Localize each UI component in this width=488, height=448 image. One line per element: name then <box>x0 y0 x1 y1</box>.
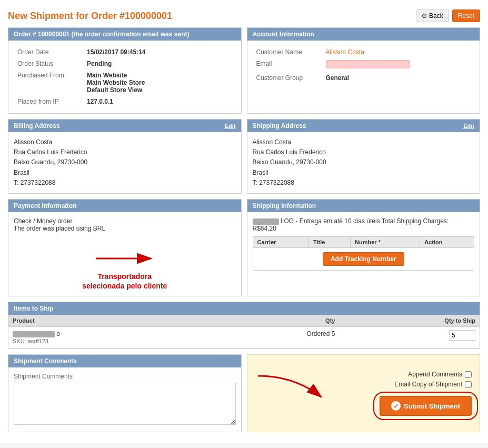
annotation-container: Transportadoraselecionada pelo cliente <box>14 248 236 291</box>
shipping-address-section: Shipping Address Edit Alisson Costa Rua … <box>247 119 481 194</box>
shipment-comments-section: Shipment Comments Shipment Comments <box>8 354 242 432</box>
items-table: Product Qty Qty to Ship o SKU: asdf123 O… <box>8 315 480 349</box>
comments-label: Shipment Comments <box>14 373 236 380</box>
submit-circle-wrapper: ✓ Submit Shipment <box>380 396 472 416</box>
email-copy-row: Email Copy of Shipment <box>394 381 472 388</box>
add-tracking-button[interactable]: Add Tracking Number <box>323 252 404 266</box>
account-info-section: Account Information Customer Name Alisso… <box>247 27 481 114</box>
submit-checkboxes: Append Comments Email Copy of Shipment <box>394 371 472 388</box>
carrier-blurred <box>253 218 279 225</box>
product-name-blurred <box>13 331 55 337</box>
submit-shipment-button[interactable]: ✓ Submit Shipment <box>380 396 472 416</box>
checkmark-icon: ✓ <box>391 401 401 411</box>
back-button[interactable]: ⊙ Back <box>416 9 449 22</box>
shipping-address-text: Alisson Costa Rua Carlos Luis Frederico … <box>253 137 475 188</box>
payment-info-header: Payment Information <box>8 200 241 212</box>
order-info-table: Order Date 15/02/2017 09:45:14 Order Sta… <box>14 46 236 108</box>
billing-address-body: Alisson Costa Rua Carlos Luis Frederico … <box>8 132 241 193</box>
billing-edit-link[interactable]: Edit <box>225 123 236 129</box>
account-info-body: Customer Name Alisson Costa Email Custom… <box>247 41 480 89</box>
order-info-section: Order # 100000001 (the order confirmatio… <box>8 27 242 114</box>
shipping-info-header: Shipping Information <box>247 200 480 212</box>
email-copy-checkbox[interactable] <box>465 381 472 388</box>
billing-address-section: Billing Address Edit Alisson Costa Rua C… <box>8 119 242 194</box>
annotation-text: Transportadoraselecionada pelo cliente <box>14 272 236 291</box>
append-comments-row: Append Comments <box>408 371 472 378</box>
qty-to-ship-input[interactable] <box>449 330 475 341</box>
items-to-ship-header: Items to Ship <box>8 302 480 315</box>
append-comments-checkbox[interactable] <box>465 371 472 378</box>
order-info-header: Order # 100000001 (the order confirmatio… <box>8 28 241 41</box>
customer-link[interactable]: Alisson Costa <box>326 48 364 56</box>
comments-body: Shipment Comments <box>8 367 241 432</box>
comments-header: Shipment Comments <box>8 355 241 367</box>
account-info-table: Customer Name Alisson Costa Email Custom… <box>253 46 475 84</box>
billing-address-header: Billing Address Edit <box>8 120 241 132</box>
billing-address-text: Alisson Costa Rua Carlos Luis Frederico … <box>14 137 236 188</box>
shipping-charges: LOG - Entrega em até 10 dias úteis Total… <box>253 217 475 232</box>
submit-arrow-icon <box>253 371 337 402</box>
back-icon: ⊙ <box>422 12 427 19</box>
tracking-table: Carrier Title Number * Action Add Tracki… <box>253 236 475 271</box>
page-title: New Shipment for Order #100000001 <box>8 11 172 22</box>
shipping-address-body: Alisson Costa Rua Carlos Luis Frederico … <box>247 132 480 193</box>
table-row: o SKU: asdf123 Ordered 5 <box>8 327 480 349</box>
table-row: Placed from IP 127.0.0.1 <box>15 96 235 107</box>
arrow-right-icon <box>93 248 156 269</box>
order-info-body: Order Date 15/02/2017 09:45:14 Order Sta… <box>8 41 241 113</box>
header-buttons: ⊙ Back Reset <box>416 9 480 22</box>
items-to-ship-section: Items to Ship Product Qty Qty to Ship o … <box>8 302 480 349</box>
account-info-header: Account Information <box>247 28 480 41</box>
table-row: Email <box>254 58 474 72</box>
table-row: Order Date 15/02/2017 09:45:14 <box>15 47 235 57</box>
reset-button[interactable]: Reset <box>452 9 480 22</box>
page-header: New Shipment for Order #100000001 ⊙ Back… <box>8 5 480 27</box>
payment-info-body: Check / Money order The order was placed… <box>8 212 241 296</box>
tracking-header-row: Carrier Title Number * Action <box>253 236 474 247</box>
payment-info-section: Payment Information Check / Money order … <box>8 199 242 296</box>
shipping-info-section: Shipping Information LOG - Entrega em at… <box>247 199 481 296</box>
comments-textarea[interactable] <box>14 383 236 425</box>
table-row: Customer Group General <box>254 73 474 83</box>
table-row: Purchased From Main WebsiteMain Website … <box>15 70 235 95</box>
table-row: Customer Name Alisson Costa <box>254 47 474 57</box>
shipping-info-body: LOG - Entrega em até 10 dias úteis Total… <box>247 212 480 279</box>
tracking-add-row: Add Tracking Number <box>253 247 474 270</box>
email-blurred <box>326 60 410 68</box>
items-header-row: Product Qty Qty to Ship <box>8 315 480 327</box>
shipping-edit-link[interactable]: Edit <box>463 123 474 129</box>
table-row: Order Status Pending <box>15 58 235 69</box>
submit-section: Append Comments Email Copy of Shipment ✓… <box>247 354 481 432</box>
shipping-address-header: Shipping Address Edit <box>247 120 480 132</box>
